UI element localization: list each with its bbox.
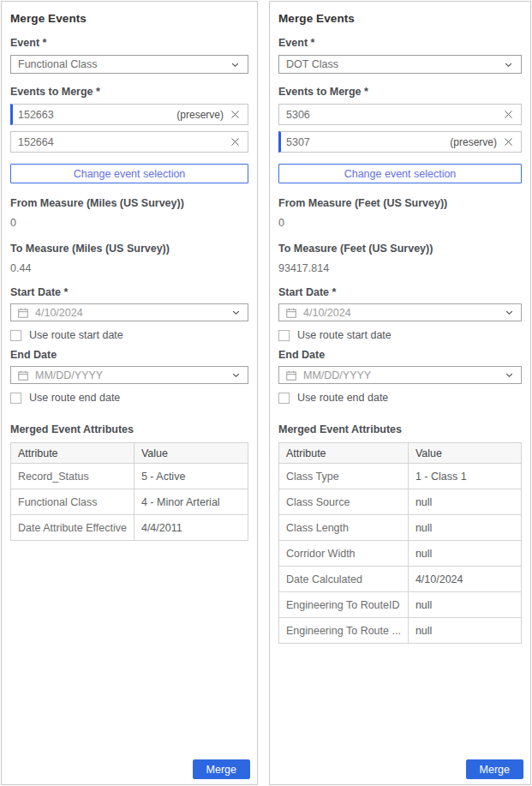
chevron-down-icon <box>230 307 242 318</box>
preserve-tag: (preserve) <box>450 136 497 148</box>
table-row: Class Sourcenull <box>279 489 522 515</box>
attribute-cell: Class Type <box>279 464 409 489</box>
use-route-start-date-checkbox[interactable]: Use route start date <box>10 329 248 341</box>
event-label: Event * <box>10 37 248 49</box>
from-measure-value: 0 <box>10 217 248 229</box>
events-to-merge-label: Events to Merge * <box>278 86 522 98</box>
end-date-picker[interactable]: MM/DD/YYYY <box>10 366 248 384</box>
start-date-value: 4/10/2024 <box>303 307 504 319</box>
value-cell: 4 - Minor Arterial <box>134 489 248 515</box>
use-route-end-date-checkbox[interactable]: Use route end date <box>10 392 248 404</box>
table-row: Date Attribute Effective4/4/2011 <box>11 515 248 541</box>
event-id: 5306 <box>286 109 503 121</box>
attribute-cell: Corridor Width <box>279 541 409 567</box>
value-column-header: Value <box>134 443 248 464</box>
end-date-value: MM/DD/YYYY <box>35 369 230 381</box>
end-date-picker[interactable]: MM/DD/YYYY <box>278 366 522 384</box>
calendar-icon <box>285 369 297 381</box>
value-cell: 4/4/2011 <box>134 515 248 541</box>
attribute-cell: Record_Status <box>11 464 134 489</box>
event-to-merge-input[interactable]: 152664 <box>10 131 248 153</box>
value-cell: null <box>408 541 521 567</box>
merge-button[interactable]: Merge <box>193 759 250 779</box>
event-select[interactable]: DOT Class <box>278 55 522 74</box>
event-to-merge-input[interactable]: 152663(preserve) <box>10 104 248 125</box>
to-measure-value: 93417.814 <box>278 262 522 274</box>
attribute-cell: Engineering To RouteID <box>279 592 409 618</box>
preserve-tag: (preserve) <box>176 109 224 121</box>
events-to-merge-label: Events to Merge * <box>10 86 248 98</box>
to-measure-value: 0.44 <box>10 262 248 274</box>
start-date-picker[interactable]: 4/10/2024 <box>278 303 522 321</box>
value-column-header: Value <box>408 443 521 464</box>
calendar-icon <box>17 307 29 319</box>
attribute-column-header: Attribute <box>279 443 409 464</box>
attribute-cell: Date Calculated <box>279 567 409 592</box>
events-to-merge-list: 53065307(preserve) <box>278 104 522 153</box>
change-event-selection-button[interactable]: Change event selection <box>10 164 248 183</box>
chevron-down-icon <box>504 307 515 318</box>
to-measure-label: To Measure (Feet (US Survey)) <box>278 243 522 255</box>
table-row: Engineering To RouteIDnull <box>279 592 522 618</box>
merge-events-panel-right: Merge Events Event * DOT Class Events to… <box>269 1 531 785</box>
event-select-value: Functional Class <box>18 58 230 70</box>
merge-button[interactable]: Merge <box>466 759 523 779</box>
table-row: Record_Status5 - Active <box>11 464 248 489</box>
use-route-start-date-checkbox[interactable]: Use route start date <box>278 329 522 341</box>
use-route-start-date-label: Use route start date <box>29 329 123 341</box>
events-to-merge-list: 152663(preserve)152664 <box>10 104 248 153</box>
checkbox-icon[interactable] <box>10 393 21 404</box>
table-row: Date Calculated4/10/2024 <box>279 567 522 592</box>
merged-event-attributes-table: Attribute Value Record_Status5 - ActiveF… <box>10 442 248 541</box>
attribute-cell: Engineering To Route ... <box>279 618 409 644</box>
page-title: Merge Events <box>278 12 522 25</box>
to-measure-label: To Measure (Miles (US Survey)) <box>10 243 248 255</box>
chevron-down-icon <box>230 369 242 381</box>
end-date-label: End Date <box>278 349 522 361</box>
value-cell: null <box>408 489 521 515</box>
start-date-label: Start Date * <box>278 286 522 298</box>
remove-event-icon[interactable] <box>503 109 514 120</box>
attribute-column-header: Attribute <box>11 443 134 464</box>
calendar-icon <box>285 307 297 319</box>
event-label: Event * <box>278 37 522 49</box>
event-select-value: DOT Class <box>286 58 503 70</box>
checkbox-icon[interactable] <box>278 330 290 341</box>
value-cell: null <box>408 592 521 618</box>
attribute-cell: Date Attribute Effective <box>11 515 134 541</box>
page-title: Merge Events <box>10 12 248 25</box>
use-route-end-date-label: Use route end date <box>297 392 388 404</box>
end-date-value: MM/DD/YYYY <box>303 369 504 381</box>
event-id: 152664 <box>18 136 230 148</box>
table-header-row: Attribute Value <box>279 443 522 464</box>
checkbox-icon[interactable] <box>278 393 290 404</box>
remove-event-icon[interactable] <box>503 136 514 147</box>
merge-events-panel-left: Merge Events Event * Functional Class Ev… <box>1 1 258 785</box>
table-row: Engineering To Route ...null <box>279 618 522 644</box>
start-date-picker[interactable]: 4/10/2024 <box>10 303 248 321</box>
merge-events-workspace: Merge Events Event * Functional Class Ev… <box>0 0 532 786</box>
event-to-merge-input[interactable]: 5306 <box>278 104 522 125</box>
table-row: Class Lengthnull <box>279 515 522 541</box>
chevron-down-icon <box>504 369 515 381</box>
value-cell: null <box>408 515 521 541</box>
table-row: Class Type1 - Class 1 <box>279 464 522 489</box>
remove-event-icon[interactable] <box>230 109 241 120</box>
checkbox-icon[interactable] <box>10 330 21 341</box>
table-row: Corridor Widthnull <box>279 541 522 567</box>
use-route-end-date-checkbox[interactable]: Use route end date <box>278 392 522 404</box>
end-date-label: End Date <box>10 349 248 361</box>
merged-event-attributes-title: Merged Event Attributes <box>10 423 248 435</box>
event-to-merge-input[interactable]: 5307(preserve) <box>278 131 522 153</box>
remove-event-icon[interactable] <box>230 136 241 147</box>
start-date-value: 4/10/2024 <box>35 307 230 319</box>
attribute-cell: Functional Class <box>11 489 134 515</box>
from-measure-value: 0 <box>278 217 522 229</box>
event-select[interactable]: Functional Class <box>10 55 248 74</box>
value-cell: 4/10/2024 <box>408 567 521 592</box>
change-event-selection-button[interactable]: Change event selection <box>278 164 522 183</box>
merged-event-attributes-title: Merged Event Attributes <box>278 423 522 435</box>
event-id: 5307 <box>286 136 450 148</box>
table-row: Functional Class4 - Minor Arterial <box>11 489 248 515</box>
table-header-row: Attribute Value <box>11 443 248 464</box>
